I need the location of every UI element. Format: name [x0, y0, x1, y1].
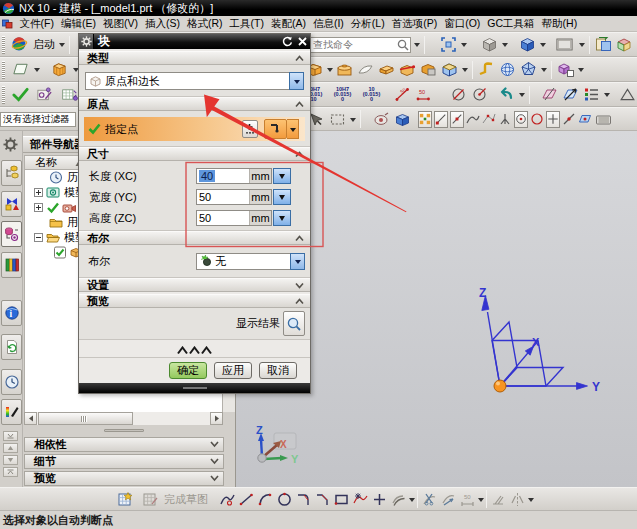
dialog-menu-gear-icon[interactable] — [79, 34, 94, 49]
datum-axis-icon[interactable] — [561, 85, 580, 104]
section-type[interactable]: 类型 — [79, 51, 310, 65]
menu-item-insert[interactable]: 插入(S) — [141, 16, 183, 32]
menu-item-edit[interactable]: 编辑(E) — [57, 16, 99, 32]
panel-splitter[interactable] — [24, 427, 223, 433]
snap-point-on-face-icon[interactable] — [578, 111, 592, 128]
menu-item-help[interactable]: 帮助(H) — [538, 16, 581, 32]
width-value[interactable]: 50 — [199, 191, 211, 203]
constraint-dropdown-icon[interactable] — [527, 491, 534, 507]
sheet-icon[interactable] — [356, 60, 375, 79]
snap-pole-icon[interactable] — [482, 111, 496, 128]
roles-palette-icon[interactable] — [1, 399, 22, 425]
checkbox-checked-icon[interactable] — [53, 246, 67, 259]
section-preview[interactable]: 预览 — [24, 471, 224, 486]
sketch-dimension-icon[interactable]: 50 — [458, 490, 477, 509]
sphere-wire-icon[interactable] — [498, 60, 517, 79]
tolerance-icon-3[interactable]: 10 (0.015) 0 — [358, 87, 385, 102]
bend-icon[interactable] — [477, 60, 496, 79]
highlight-icon[interactable] — [372, 110, 391, 129]
tolerance-icon-2[interactable]: 10H7 (0.015) 0 — [329, 87, 356, 102]
assembly-navigator-icon[interactable] — [1, 160, 22, 186]
shaded-with-edges-icon[interactable] — [480, 35, 499, 54]
chevron-up-icon[interactable] — [295, 100, 304, 109]
resource-gear-icon[interactable] — [3, 137, 18, 152]
shell-icon[interactable] — [440, 60, 459, 79]
collapse-icon[interactable] — [34, 233, 43, 242]
fit-dropdown-icon[interactable] — [460, 37, 467, 53]
menu-item-file[interactable]: 文件(F) — [16, 16, 57, 32]
radial-dimension-icon[interactable] — [470, 85, 489, 104]
section-boolean[interactable]: 布尔 — [79, 231, 310, 245]
section-origin[interactable]: 原点 — [79, 97, 310, 111]
chevron-down-icon[interactable] — [210, 474, 219, 483]
combine-dropdown-icon[interactable] — [461, 62, 468, 78]
point-icon[interactable] — [370, 490, 389, 509]
menu-item-window[interactable]: 窗口(O) — [441, 16, 484, 32]
scroll-left-icon[interactable] — [24, 412, 37, 425]
trim-body-icon[interactable] — [398, 60, 417, 79]
studio-spline-icon[interactable] — [351, 490, 370, 509]
unite-icon[interactable] — [419, 60, 438, 79]
arc-icon[interactable] — [256, 490, 275, 509]
chevron-down-icon[interactable] — [210, 457, 219, 466]
rendering-style-dropdown-icon[interactable] — [501, 37, 508, 53]
chevron-up-icon[interactable] — [295, 297, 304, 306]
surface-dropdown-icon[interactable] — [540, 62, 547, 78]
quick-extend-icon[interactable] — [439, 490, 458, 509]
length-field[interactable]: 40 mm — [196, 168, 272, 184]
type-dropdown[interactable]: 原点和边长 — [85, 72, 304, 90]
search-input[interactable] — [304, 39, 396, 50]
fillet-icon[interactable] — [294, 490, 313, 509]
search-options-dropdown-icon[interactable] — [413, 37, 420, 53]
height-value[interactable]: 50 — [199, 212, 211, 224]
sketch-dropdown-icon[interactable] — [33, 62, 40, 78]
scrollbar-thumb[interactable] — [38, 412, 133, 425]
select-dropdown-icon[interactable] — [349, 111, 356, 127]
menu-item-gc-toolbox[interactable]: GC工具箱 — [484, 16, 538, 32]
origin-ball[interactable] — [494, 380, 506, 392]
pad-icon[interactable] — [377, 60, 396, 79]
undo-dropdown-icon[interactable] — [518, 87, 525, 103]
dialog-resize-grip[interactable] — [79, 383, 310, 393]
window-flip-icon[interactable] — [594, 35, 613, 54]
snap-intersection-icon[interactable] — [546, 111, 560, 128]
width-field[interactable]: 50 mm — [196, 189, 272, 205]
line-icon[interactable] — [237, 490, 256, 509]
ok-button[interactable]: 确定 — [169, 362, 207, 379]
list-dropdown-icon[interactable] — [603, 87, 610, 103]
block-dialog[interactable]: 块 类型 — [78, 33, 311, 394]
sketch-curve-icon[interactable] — [33, 85, 55, 104]
cancel-button[interactable]: 取消 — [259, 362, 297, 379]
make-symmetric-icon[interactable] — [508, 490, 527, 509]
fit-view-icon[interactable] — [439, 35, 458, 54]
width-options-icon[interactable] — [273, 189, 291, 205]
web-browser-icon[interactable]: i — [1, 300, 22, 326]
chevron-up-icon[interactable] — [295, 150, 304, 159]
point-options-dropdown-icon[interactable] — [287, 119, 299, 139]
dimension-dropdown-icon[interactable] — [477, 491, 484, 507]
reuse-library-icon[interactable] — [1, 252, 22, 278]
length-options-icon[interactable] — [273, 168, 291, 184]
search-icon[interactable] — [396, 38, 410, 52]
start-button[interactable]: 启动 — [32, 37, 56, 52]
expand-icon[interactable] — [34, 203, 43, 212]
profile-curve-icon[interactable] — [218, 490, 237, 509]
rapid-dimension-icon[interactable]: 50 — [393, 85, 412, 104]
history-palette-icon[interactable] — [1, 334, 22, 360]
primitive-dropdown-icon[interactable] — [326, 62, 333, 78]
dialog-reset-icon[interactable] — [280, 34, 295, 49]
section-preview-dlg[interactable]: 预览 — [79, 294, 310, 308]
apply-button[interactable]: 应用 — [214, 362, 252, 379]
resource-collapse-bottom-icon[interactable] — [3, 467, 18, 477]
rectangle-select-icon[interactable] — [328, 110, 347, 129]
point-dialog-button[interactable] — [242, 120, 258, 138]
command-finder[interactable] — [303, 37, 411, 53]
checkmark-icon[interactable] — [46, 201, 60, 214]
menu-item-analysis[interactable]: 分析(L) — [347, 16, 388, 32]
snap-enable-icon[interactable] — [418, 111, 432, 128]
snap-midpoint-icon[interactable] — [450, 111, 464, 128]
keyboard-icon[interactable] — [594, 110, 613, 129]
sketch-icon[interactable] — [9, 60, 31, 79]
chevron-up-icon[interactable] — [295, 234, 304, 243]
menu-item-preferences[interactable]: 首选项(P) — [388, 16, 441, 32]
